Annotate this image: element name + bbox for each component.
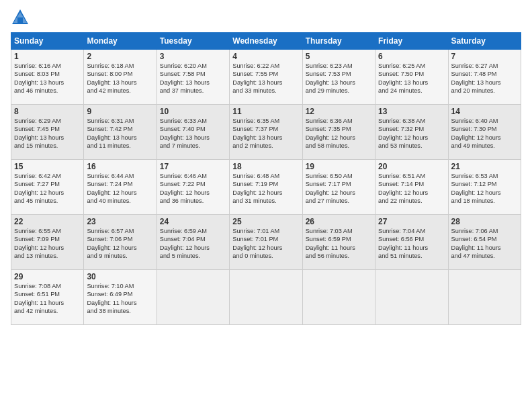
day-number: 1 [14,52,81,61]
col-tuesday: Tuesday [157,33,229,50]
cell-content: Sunrise: 7:04 AMSunset: 6:56 PMDaylight:… [378,227,445,261]
calendar-cell: 23Sunrise: 6:57 AMSunset: 7:06 PMDayligh… [84,215,157,270]
cell-content: Sunrise: 7:06 AMSunset: 6:54 PMDaylight:… [451,227,518,261]
calendar-cell: 15Sunrise: 6:42 AMSunset: 7:27 PMDayligh… [11,160,84,215]
cell-content: Sunrise: 6:16 AMSunset: 8:03 PMDaylight:… [14,62,81,95]
cell-content: Sunrise: 7:08 AMSunset: 6:51 PMDaylight:… [14,282,81,316]
cell-content: Sunrise: 6:42 AMSunset: 7:27 PMDaylight:… [14,172,81,205]
cell-content: Sunrise: 6:31 AMSunset: 7:42 PMDaylight:… [87,117,153,150]
calendar-cell: 7Sunrise: 6:27 AMSunset: 7:48 PMDaylight… [448,50,521,105]
day-number: 10 [160,107,226,116]
calendar-cell: 30Sunrise: 7:10 AMSunset: 6:49 PMDayligh… [84,270,157,325]
calendar-cell [375,270,448,325]
day-number: 20 [378,162,445,171]
day-number: 21 [451,162,518,171]
calendar-cell: 27Sunrise: 7:04 AMSunset: 6:56 PMDayligh… [375,215,448,270]
calendar-week-3: 15Sunrise: 6:42 AMSunset: 7:27 PMDayligh… [11,160,521,215]
day-number: 16 [87,162,153,171]
calendar-cell: 25Sunrise: 7:01 AMSunset: 7:01 PMDayligh… [230,215,302,270]
day-number: 12 [306,107,372,116]
cell-content: Sunrise: 6:29 AMSunset: 7:45 PMDaylight:… [14,117,81,150]
calendar-cell [302,270,375,325]
calendar-table: Sunday Monday Tuesday Wednesday Thursday… [11,32,521,325]
cell-content: Sunrise: 6:18 AMSunset: 8:00 PMDaylight:… [87,62,153,95]
day-number: 22 [14,217,81,226]
day-number: 29 [14,272,81,281]
calendar-cell: 2Sunrise: 6:18 AMSunset: 8:00 PMDaylight… [84,50,157,105]
calendar-cell: 16Sunrise: 6:44 AMSunset: 7:24 PMDayligh… [84,160,157,215]
day-number: 11 [232,107,299,116]
col-sunday: Sunday [11,33,84,50]
cell-content: Sunrise: 6:36 AMSunset: 7:35 PMDaylight:… [306,117,372,150]
calendar-cell: 20Sunrise: 6:51 AMSunset: 7:14 PMDayligh… [375,160,448,215]
cell-content: Sunrise: 6:35 AMSunset: 7:37 PMDaylight:… [232,117,299,150]
logo [11,8,32,27]
cell-content: Sunrise: 6:55 AMSunset: 7:09 PMDaylight:… [14,227,81,261]
day-number: 30 [87,272,153,281]
day-number: 19 [306,162,372,171]
calendar-cell: 4Sunrise: 6:22 AMSunset: 7:55 PMDaylight… [230,50,302,105]
calendar-cell: 6Sunrise: 6:25 AMSunset: 7:50 PMDaylight… [375,50,448,105]
cell-content: Sunrise: 6:51 AMSunset: 7:14 PMDaylight:… [378,172,445,205]
day-number: 3 [160,52,226,61]
calendar-week-5: 29Sunrise: 7:08 AMSunset: 6:51 PMDayligh… [11,270,521,325]
day-number: 28 [451,217,518,226]
day-number: 25 [232,217,299,226]
calendar-cell: 14Sunrise: 6:40 AMSunset: 7:30 PMDayligh… [448,105,521,160]
day-number: 23 [87,217,153,226]
calendar-container: Sunday Monday Tuesday Wednesday Thursday… [0,0,532,411]
calendar-cell: 26Sunrise: 7:03 AMSunset: 6:59 PMDayligh… [302,215,375,270]
day-number: 26 [306,217,372,226]
header-area [11,8,521,27]
cell-content: Sunrise: 6:50 AMSunset: 7:17 PMDaylight:… [306,172,372,205]
calendar-cell: 21Sunrise: 6:53 AMSunset: 7:12 PMDayligh… [448,160,521,215]
calendar-cell: 24Sunrise: 6:59 AMSunset: 7:04 PMDayligh… [157,215,229,270]
cell-content: Sunrise: 6:33 AMSunset: 7:40 PMDaylight:… [160,117,226,150]
calendar-cell: 8Sunrise: 6:29 AMSunset: 7:45 PMDaylight… [11,105,84,160]
calendar-cell: 11Sunrise: 6:35 AMSunset: 7:37 PMDayligh… [230,105,302,160]
calendar-cell: 3Sunrise: 6:20 AMSunset: 7:58 PMDaylight… [157,50,229,105]
cell-content: Sunrise: 6:48 AMSunset: 7:19 PMDaylight:… [232,172,299,205]
logo-icon [11,8,30,27]
calendar-cell: 17Sunrise: 6:46 AMSunset: 7:22 PMDayligh… [157,160,229,215]
day-number: 15 [14,162,81,171]
cell-content: Sunrise: 6:22 AMSunset: 7:55 PMDaylight:… [232,62,299,95]
calendar-cell [230,270,302,325]
cell-content: Sunrise: 6:44 AMSunset: 7:24 PMDaylight:… [87,172,153,205]
col-friday: Friday [375,33,448,50]
day-number: 9 [87,107,153,116]
cell-content: Sunrise: 7:01 AMSunset: 7:01 PMDaylight:… [232,227,299,261]
header-row: Sunday Monday Tuesday Wednesday Thursday… [11,33,521,50]
col-thursday: Thursday [302,33,375,50]
svg-rect-2 [17,17,23,23]
calendar-week-1: 1Sunrise: 6:16 AMSunset: 8:03 PMDaylight… [11,50,521,105]
calendar-cell: 22Sunrise: 6:55 AMSunset: 7:09 PMDayligh… [11,215,84,270]
calendar-cell: 18Sunrise: 6:48 AMSunset: 7:19 PMDayligh… [230,160,302,215]
calendar-cell: 1Sunrise: 6:16 AMSunset: 8:03 PMDaylight… [11,50,84,105]
cell-content: Sunrise: 6:53 AMSunset: 7:12 PMDaylight:… [451,172,518,205]
col-wednesday: Wednesday [230,33,302,50]
calendar-cell: 19Sunrise: 6:50 AMSunset: 7:17 PMDayligh… [302,160,375,215]
cell-content: Sunrise: 6:20 AMSunset: 7:58 PMDaylight:… [160,62,226,95]
day-number: 5 [306,52,372,61]
col-saturday: Saturday [448,33,521,50]
cell-content: Sunrise: 6:40 AMSunset: 7:30 PMDaylight:… [451,117,518,150]
calendar-cell: 28Sunrise: 7:06 AMSunset: 6:54 PMDayligh… [448,215,521,270]
day-number: 27 [378,217,445,226]
cell-content: Sunrise: 6:23 AMSunset: 7:53 PMDaylight:… [306,62,372,95]
calendar-week-2: 8Sunrise: 6:29 AMSunset: 7:45 PMDaylight… [11,105,521,160]
col-monday: Monday [84,33,157,50]
cell-content: Sunrise: 6:57 AMSunset: 7:06 PMDaylight:… [87,227,153,261]
calendar-cell: 9Sunrise: 6:31 AMSunset: 7:42 PMDaylight… [84,105,157,160]
day-number: 13 [378,107,445,116]
day-number: 6 [378,52,445,61]
calendar-cell: 12Sunrise: 6:36 AMSunset: 7:35 PMDayligh… [302,105,375,160]
calendar-cell [157,270,229,325]
cell-content: Sunrise: 7:03 AMSunset: 6:59 PMDaylight:… [306,227,372,261]
calendar-cell: 10Sunrise: 6:33 AMSunset: 7:40 PMDayligh… [157,105,229,160]
day-number: 7 [451,52,518,61]
day-number: 18 [232,162,299,171]
calendar-cell: 5Sunrise: 6:23 AMSunset: 7:53 PMDaylight… [302,50,375,105]
cell-content: Sunrise: 6:46 AMSunset: 7:22 PMDaylight:… [160,172,226,205]
cell-content: Sunrise: 7:10 AMSunset: 6:49 PMDaylight:… [87,282,153,316]
